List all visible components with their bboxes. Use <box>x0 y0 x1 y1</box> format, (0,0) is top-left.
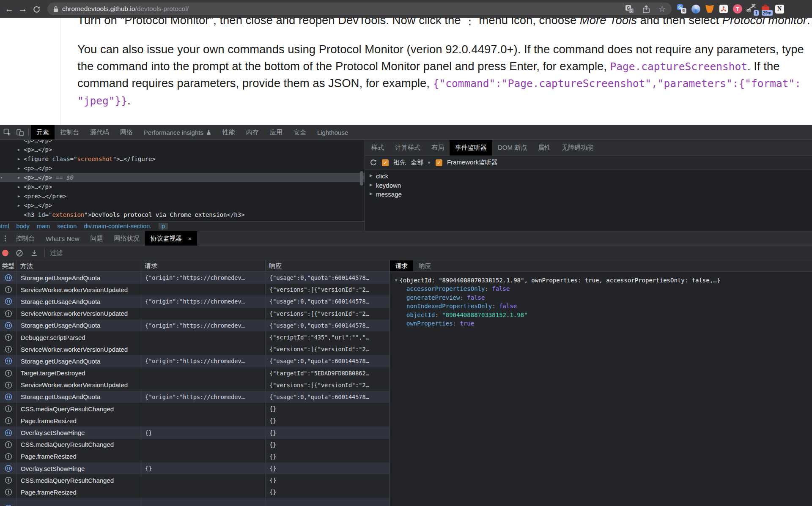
table-row[interactable]: ServiceWorker.workerVersionUpdated{"vers… <box>0 379 390 391</box>
listener-filter-dropdown[interactable]: 全部 ▼ <box>411 159 431 167</box>
json-property-row[interactable]: nonIndexedPropertiesOnly: false <box>395 302 812 311</box>
table-row[interactable]: CSS.mediaQueryResultChanged{} <box>0 439 390 451</box>
url-bar[interactable]: chromedevtools.github.io/devtools-protoc… <box>47 3 672 15</box>
disclosure-triangle-icon[interactable]: ▶ <box>18 145 20 154</box>
json-property-row[interactable]: ownProperties: true <box>395 319 812 328</box>
grid-column-header[interactable]: 响应 <box>266 260 390 271</box>
main-tab[interactable]: 应用 <box>264 125 288 139</box>
drawer-menu-icon[interactable] <box>0 231 10 246</box>
filter-input[interactable]: 过滤 <box>50 249 63 257</box>
dom-tree-row[interactable]: ▶<p>…</p> == $0 <box>0 173 365 182</box>
breadcrumb-item[interactable]: section <box>57 223 77 230</box>
table-row[interactable]: Overlay.setShowHinge{}{} <box>0 427 390 438</box>
breadcrumb-item[interactable]: html <box>0 223 9 230</box>
table-row[interactable]: Storage.getUsageAndQuota{"origin":"https… <box>0 272 390 284</box>
sidebar-tab[interactable]: 事件监听器 <box>450 140 492 156</box>
disclosure-triangle-icon[interactable]: ▶ <box>18 182 20 191</box>
table-row[interactable]: CSS.mediaQueryResultChanged{} <box>0 403 390 415</box>
sidebar-tab[interactable]: 计算样式 <box>390 140 426 156</box>
framework-checkbox[interactable]: ✓ <box>436 159 442 166</box>
table-row[interactable] <box>0 498 390 506</box>
device-toolbar-icon[interactable] <box>14 125 26 139</box>
grid-column-header[interactable]: 方法 <box>17 260 141 271</box>
main-tab[interactable]: Lighthouse <box>312 125 354 139</box>
sidebar-tab[interactable]: 属性 <box>532 140 556 156</box>
dom-tree-row[interactable]: ▶<p>…</p> <box>0 182 365 191</box>
ext-t-icon[interactable]: T <box>732 4 743 14</box>
inspect-icon[interactable] <box>1 125 14 139</box>
dom-tree-row[interactable]: ▶<p>…</p> <box>0 164 365 173</box>
table-row[interactable]: ServiceWorker.workerVersionUpdated{"vers… <box>0 308 390 320</box>
table-row[interactable]: Page.frameResized{} <box>0 451 390 462</box>
bookmark-star-icon[interactable]: ☆ <box>658 4 666 14</box>
event-listener-row[interactable]: ▶keydown <box>365 182 812 191</box>
drawer-tab[interactable]: 控制台 <box>10 231 40 246</box>
disclosure-triangle-icon[interactable]: ▶ <box>18 191 20 201</box>
table-row[interactable]: ServiceWorker.workerVersionUpdated{"vers… <box>0 284 390 295</box>
detail-tab[interactable]: 响应 <box>413 260 436 271</box>
table-row[interactable]: Storage.getUsageAndQuota{"origin":"https… <box>0 295 390 307</box>
main-tab[interactable]: 内存 <box>241 125 264 139</box>
main-tab[interactable]: Performance insights <box>138 125 217 139</box>
breadcrumb-item[interactable]: p <box>159 223 168 230</box>
disclosure-triangle-icon[interactable]: ▶ <box>370 191 373 196</box>
translate-icon[interactable]: G <box>625 5 634 14</box>
clear-icon[interactable] <box>16 249 23 257</box>
sidebar-tab[interactable]: DOM 断点 <box>492 140 532 156</box>
breadcrumb-item[interactable]: main <box>37 223 50 230</box>
sidebar-tab[interactable]: 样式 <box>366 140 390 156</box>
table-row[interactable]: Target.targetDestroyed{"targetId":"5EDAD… <box>0 367 390 379</box>
ext-moneybag-icon[interactable]: 29m <box>760 4 771 14</box>
table-row[interactable]: Storage.getUsageAndQuota{"origin":"https… <box>0 320 390 331</box>
main-tab[interactable]: 网络 <box>115 125 138 139</box>
ancestors-checkbox[interactable]: ✓ <box>382 159 389 166</box>
dom-tree-row[interactable]: ▶<p>…</p> <box>0 145 365 154</box>
drawer-tab[interactable]: 协议监视器× <box>145 231 198 246</box>
ext-metamask-fox-icon[interactable] <box>705 4 715 14</box>
back-icon[interactable]: ← <box>3 2 16 16</box>
table-row[interactable]: Debugger.scriptParsed{"scriptId":"435","… <box>0 331 390 343</box>
sidebar-tab[interactable]: 无障碍功能 <box>556 140 599 156</box>
drawer-tab[interactable]: What's New <box>40 231 85 246</box>
drawer-tab[interactable]: 问题 <box>85 231 109 246</box>
scrollbar-thumb[interactable] <box>360 171 363 186</box>
ext-sitemap-icon[interactable] <box>719 4 729 14</box>
table-row[interactable]: Storage.getUsageAndQuota{"origin":"https… <box>0 391 390 403</box>
reload-icon[interactable] <box>30 2 43 16</box>
json-property-row[interactable]: generatePreview: false <box>395 293 812 302</box>
grid-column-header[interactable]: 请求 <box>141 260 266 271</box>
dom-tree-row[interactable]: ▶<figure class="screenshot">…</figure> <box>0 154 365 164</box>
sidebar-tab[interactable]: 布局 <box>426 140 450 156</box>
ext-immersive-translate-icon[interactable]: en 英 1 <box>746 4 757 14</box>
event-listener-row[interactable]: ▶message <box>365 191 812 200</box>
main-tab[interactable]: 源代码 <box>85 125 115 139</box>
table-row[interactable]: Page.frameResized{} <box>0 486 390 498</box>
table-row[interactable]: Overlay.setShowHinge{}{} <box>0 462 390 474</box>
ext-swirl-icon[interactable] <box>691 4 701 14</box>
json-property-row[interactable]: objectId: "89044088870338152.1.98" <box>395 311 812 320</box>
ext-google-translate-icon[interactable]: G 英 <box>677 4 687 14</box>
disclosure-triangle-icon[interactable]: ▶ <box>18 154 20 164</box>
breadcrumb-item[interactable]: body <box>16 223 29 230</box>
share-icon[interactable] <box>642 5 650 14</box>
disclosure-triangle-icon[interactable]: ▶ <box>41 140 44 145</box>
json-preview-row[interactable]: ▼{objectId: "89044088870338152.1.98", ow… <box>395 277 812 284</box>
ext-notion-icon[interactable]: N <box>774 4 785 14</box>
refresh-icon[interactable] <box>370 159 377 167</box>
drawer-tab[interactable]: 网络状况 <box>109 231 145 246</box>
record-toggle[interactable] <box>2 250 8 256</box>
json-property-row[interactable]: accessorPropertiesOnly: false <box>395 284 812 293</box>
dom-tree-row[interactable]: <h3 id="extension">DevTools protocol via… <box>0 210 365 219</box>
table-row[interactable]: CSS.mediaQueryResultChanged{} <box>0 474 390 486</box>
event-listener-row[interactable]: ▶click <box>365 172 812 182</box>
close-icon[interactable]: × <box>188 235 192 242</box>
main-tab[interactable]: 安全 <box>288 125 312 139</box>
main-tab[interactable]: 元素 <box>31 125 55 139</box>
disclosure-triangle-icon[interactable]: ▶ <box>370 183 373 187</box>
main-tab[interactable]: 控制台 <box>55 125 85 139</box>
table-row[interactable]: ServiceWorker.workerVersionUpdated{"vers… <box>0 343 390 355</box>
dom-tree-row[interactable]: ▶<pre>…</pre> <box>0 191 365 201</box>
main-tab[interactable]: 性能 <box>217 125 241 139</box>
forward-icon[interactable]: → <box>16 2 30 16</box>
disclosure-triangle-icon[interactable]: ▶ <box>370 173 373 178</box>
